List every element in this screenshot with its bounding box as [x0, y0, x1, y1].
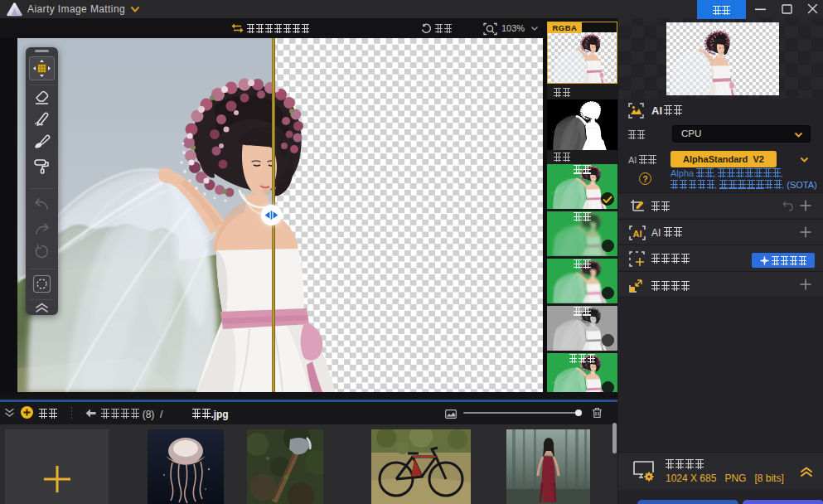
svg-text:AI: AI	[633, 228, 642, 238]
